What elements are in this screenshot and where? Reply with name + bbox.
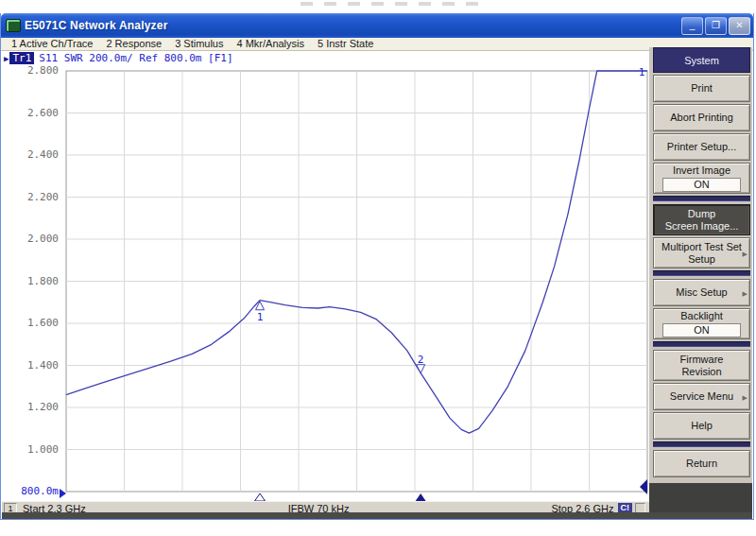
softkey-separator [653,196,750,201]
stimulus-marker[interactable] [255,493,266,501]
softkey-button-help[interactable]: Help [653,412,750,440]
reference-level-label: 800.0m [2,485,59,497]
softkey-label: Misc Setup [676,286,727,299]
stop-frequency-label: Stop 2.6 GHz [551,503,613,513]
y-axis-label: 2.600 [2,107,59,119]
softkey-label: Revision [681,366,721,378]
softkey-separator [653,341,750,347]
softkey-label: System [684,55,719,66]
close-button[interactable]: ✕ [729,17,750,35]
channel-number-box: 1 [4,503,17,513]
softkey-button-return[interactable]: Return [653,450,750,477]
stimulus-marker-active[interactable] [416,493,426,501]
softkey-button-firmware-revision[interactable]: FirmwareRevision [653,350,750,381]
restore-button[interactable]: ❐ [705,17,727,35]
softkey-button-abort-printing[interactable]: Abort Printing [653,104,750,131]
menu-item-response[interactable]: 2 Response [99,38,168,50]
y-axis-label: 1.600 [2,317,59,329]
softkey-button-service-menu[interactable]: Service Menu▶ [653,383,750,410]
submenu-arrow-icon: ▶ [743,286,747,299]
softkey-label: Dump [688,208,715,220]
app-window: E5071C Network Analyzer _ ❐ ✕ 1 Active C… [0,13,754,520]
softkey-button-multiport-test-set-setup[interactable]: Multiport Test SetSetup▶ [653,237,750,268]
softkey-button-dump-screen-image[interactable]: DumpScreen Image... [653,204,750,235]
window-title: E5071C Network Analyzer [25,19,679,32]
svg-text:1: 1 [257,311,264,323]
softkey-label: Firmware [680,354,724,366]
submenu-arrow-icon: ▶ [743,390,747,403]
cropped-caption-artifact [301,2,490,6]
reference-level-arrow-icon[interactable] [60,489,66,498]
submenu-arrow-icon: ▶ [743,247,747,259]
softkey-button-printer-setup[interactable]: Printer Setup... [653,133,750,161]
app-icon [6,19,21,32]
softkey-list: SystemPrintAbort PrintingPrinter Setup..… [649,47,752,483]
instrument-screen: ▶ Tr1 S11 SWR 200.0m/ Ref 800.0m [F1] 1 … [2,51,649,512]
screen-bottom-strip [2,512,752,519]
y-axis-label: 2.200 [2,191,59,203]
menu-item-mkr-analysis[interactable]: 4 Mkr/Analysis [230,38,311,50]
softkey-separator [653,441,750,447]
start-frequency-label: Start 2.3 GHz [23,503,86,513]
toggle-state: ON [662,178,741,192]
softkey-label: Printer Setup... [667,141,736,153]
menu-item-instr-state[interactable]: 5 Instr State [311,38,380,50]
softkey-button-print[interactable]: Print [653,75,750,102]
y-axis-label: 2.400 [2,148,59,161]
softkey-label: Backlight [680,310,723,322]
softkey-sidebar: SystemPrintAbort PrintingPrinter Setup..… [649,47,752,512]
ifbw-label: IFBW 70 kHz [86,503,552,513]
softkey-button-backlight[interactable]: BacklightON [653,308,750,339]
status-spare-box [635,503,645,513]
y-axis-label: 2.800 [2,64,59,77]
softkey-label: Return [686,458,717,470]
minimize-button[interactable]: _ [681,17,703,35]
y-axis-label: 1.800 [2,275,59,287]
svg-text:2: 2 [418,354,424,366]
menu-item-active-ch-trace[interactable]: 1 Active Ch/Trace [5,38,99,50]
menu-item-stimulus[interactable]: 3 Stimulus [168,38,230,50]
y-axis-label: 1.200 [2,401,59,413]
y-axis-label: 1.400 [2,359,59,372]
softkey-button-invert-image[interactable]: Invert ImageON [653,163,750,194]
softkey-label: Screen Image... [665,220,739,233]
softkey-button-misc-setup[interactable]: Misc Setup▶ [653,279,750,306]
softkey-separator [653,270,750,276]
softkey-label: Invert Image [673,164,730,177]
softkey-label: Setup [688,253,715,266]
swr-plot: 1 2 1 [2,52,649,501]
softkey-header-system: System [653,47,750,73]
y-axis-label: 1.000 [2,443,59,456]
page: E5071C Network Analyzer _ ❐ ✕ 1 Active C… [0,0,756,536]
channel-status-bar: 1 Start 2.3 GHz IFBW 70 kHz Stop 2.6 GHz… [2,501,649,512]
correction-status-badge: C! [618,503,633,512]
softkey-label: Abort Printing [670,112,733,124]
softkey-label: Print [691,82,713,95]
softkey-label: Help [691,420,713,432]
title-bar: E5071C Network Analyzer _ ❐ ✕ [1,13,753,38]
softkey-label: Multiport Test Set [662,241,742,253]
toggle-state: ON [662,323,741,337]
softkey-label: Service Menu [670,390,733,403]
menu-bar: 1 Active Ch/Trace 2 Response 3 Stimulus … [1,38,753,51]
y-axis-label: 2.000 [2,233,59,245]
trace-end-label: 1 [639,66,645,78]
